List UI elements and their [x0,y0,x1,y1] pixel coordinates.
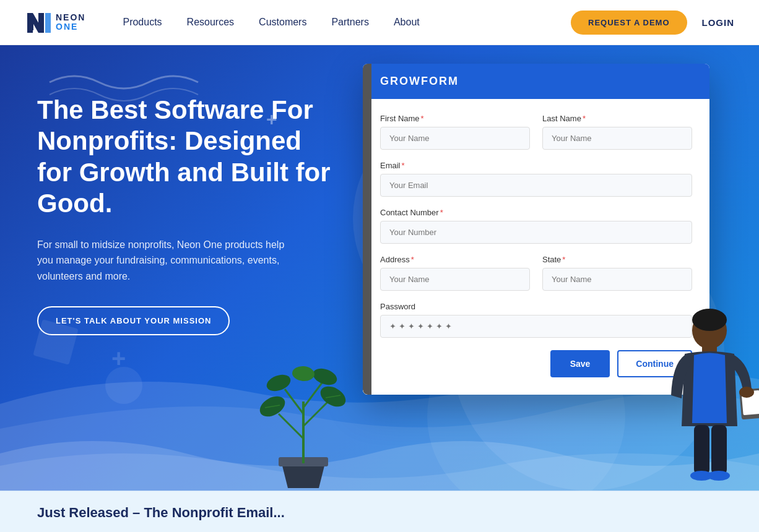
svg-point-36 [739,387,754,398]
form-row-email: Email* [380,161,692,197]
form-group-first-name: First Name* [380,114,530,150]
nav-item-products[interactable]: Products [123,17,162,28]
nav-link-partners[interactable]: Partners [331,17,368,27]
logo-one: ONE [56,22,85,32]
hero-section: + + The Best Software For Nonprofits: De… [0,45,759,491]
svg-point-28 [292,365,315,382]
nav-link-resources[interactable]: Resources [187,17,234,27]
form-group-password: Password [380,302,692,338]
address-input[interactable] [380,268,530,291]
last-name-input[interactable] [542,127,692,150]
announcement-text: Just Released – The Nonprofit Email... [37,505,285,521]
svg-rect-37 [694,425,709,474]
svg-point-40 [708,471,730,481]
svg-point-27 [311,366,339,388]
password-label: Password [380,302,692,311]
login-button[interactable]: LOGIN [702,17,735,28]
form-row-password: Password [380,302,692,338]
password-input[interactable] [380,315,692,338]
svg-point-26 [264,372,293,394]
first-name-input[interactable] [380,127,530,150]
form-group-contact: Contact Number* [380,208,692,244]
nav-link-about[interactable]: About [394,17,420,27]
svg-rect-38 [711,425,727,474]
last-name-label: Last Name* [542,114,692,123]
svg-point-9 [105,367,142,404]
form-header: GROWFORM [363,64,709,99]
navbar: 1 NEON ONE Products Resources Customers … [0,0,759,45]
contact-input[interactable] [380,221,692,244]
hero-wave [0,416,759,491]
state-input[interactable] [542,268,692,291]
form-row-name: First Name* Last Name* [380,114,692,150]
svg-line-22 [285,389,303,414]
nav-item-customers[interactable]: Customers [259,17,306,28]
address-label: Address* [380,255,530,264]
mission-cta-button[interactable]: LET'S TALK ABOUT YOUR MISSION [37,306,230,335]
hero-left: The Best Software For Nonprofits: Design… [37,82,334,335]
logo-text: NEON ONE [56,13,85,32]
svg-line-21 [303,401,328,426]
logo-link[interactable]: 1 NEON ONE [25,9,85,35]
hero-description: For small to midsize nonprofits, Neon On… [37,237,297,285]
form-group-address: Address* [380,255,530,291]
form-row-address: Address* State* [380,255,692,291]
nav-link-customers[interactable]: Customers [259,17,306,27]
state-label: State* [542,255,692,264]
announcement-bar: Just Released – The Nonprofit Email... [0,491,759,532]
svg-line-20 [279,414,303,439]
nav-item-partners[interactable]: Partners [331,17,368,28]
hero-title: The Best Software For Nonprofits: Design… [37,95,334,220]
nav-item-about[interactable]: About [394,17,420,28]
form-actions: Save Continue [380,350,692,377]
svg-point-32 [692,309,727,331]
request-demo-button[interactable]: REQUEST A DEMO [571,11,687,35]
svg-text:+: + [111,345,126,372]
nav-item-resources[interactable]: Resources [187,17,234,28]
nav-right: REQUEST A DEMO LOGIN [571,11,734,35]
nav-links: Products Resources Customers Partners Ab… [123,17,571,28]
email-label: Email* [380,161,692,170]
form-row-contact: Contact Number* [380,208,692,244]
form-group-last-name: Last Name* [542,114,692,150]
plant-decoration [248,340,359,491]
contact-label: Contact Number* [380,208,692,217]
email-input[interactable] [380,174,692,197]
save-button[interactable]: Save [550,350,610,377]
form-group-state: State* [542,255,692,291]
nav-link-products[interactable]: Products [123,17,162,27]
neon-one-logo-icon: 1 [25,9,51,35]
svg-line-23 [303,383,322,408]
svg-marker-3 [45,13,51,33]
person-illustration [654,302,759,491]
form-group-email: Email* [380,161,692,197]
logo-neon: NEON [56,13,85,22]
first-name-label: First Name* [380,114,530,123]
